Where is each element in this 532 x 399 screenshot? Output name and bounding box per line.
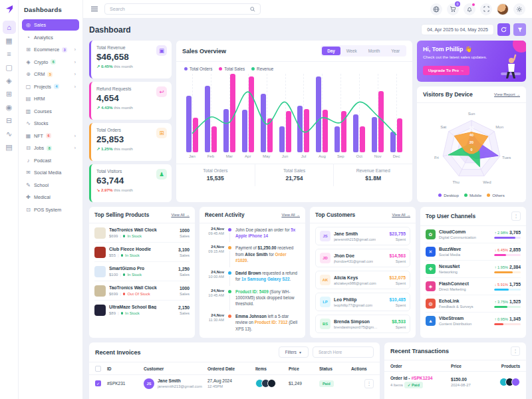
bar-total-sales[interactable]: [193, 118, 198, 152]
apps-icon[interactable]: ▦: [3, 34, 16, 47]
products-view-all-link[interactable]: View All →: [171, 213, 190, 217]
invoices-search-input[interactable]: [313, 346, 374, 358]
refresh-button[interactable]: [497, 23, 510, 36]
customer-row[interactable]: JSJane Smithjanesmith215@gmail.com$23,75…: [315, 227, 410, 245]
sidebar-item-ecommerce[interactable]: ⊞Ecommerce3›: [22, 44, 79, 55]
bar-total-sales[interactable]: [230, 74, 235, 152]
bar-total-sales[interactable]: [304, 109, 309, 152]
bell-icon[interactable]: [464, 3, 475, 15]
sidebar-item-pos-system[interactable]: ⊡POS System: [22, 204, 79, 215]
product-row[interactable]: TaoTronics Wall Clock$699|Out Of Stock10…: [94, 281, 190, 301]
globe-icon[interactable]: [430, 3, 442, 15]
header-checkbox[interactable]: [95, 366, 107, 372]
product-row[interactable]: UltraMaze School Bag$89|In Stock2,150Sal…: [94, 301, 190, 319]
compass-icon[interactable]: ◉: [3, 100, 16, 114]
filter-button[interactable]: [513, 23, 526, 36]
bar-total-sales[interactable]: [249, 76, 254, 153]
sidebar-item-stocks[interactable]: ∿Stocks: [22, 118, 79, 129]
channel-row[interactable]: ✤NexusNetNetworking↑ 1.95%2,384: [426, 261, 521, 278]
transaction-row[interactable]: Order Id - #SPK12344 Items ✓ Paid$150.00…: [384, 372, 526, 392]
tab-year[interactable]: Year: [386, 47, 405, 55]
cart-icon[interactable]: 0: [447, 3, 459, 15]
channel-row[interactable]: ◈FlashConnectDirect Marketing↓ 5.91%1,75…: [426, 278, 521, 295]
sidebar-item-crypto[interactable]: ◈Crypto6›: [22, 57, 79, 68]
sidebar-item-school[interactable]: ✎School: [22, 180, 79, 191]
row-actions-button[interactable]: ⋮: [364, 379, 374, 388]
activity-view-all-link[interactable]: View All →: [281, 213, 300, 217]
wallet-icon[interactable]: ⊟: [3, 114, 16, 127]
sidebar-badge: 8: [47, 146, 52, 151]
bar-total-orders[interactable]: [297, 106, 303, 152]
sidebar-item-projects[interactable]: ▢Projects4›: [22, 81, 79, 92]
file-icon[interactable]: ▢: [3, 61, 16, 74]
sidebar-item-hrm[interactable]: ▤HRM: [22, 93, 79, 104]
channels-menu-button[interactable]: ⋮: [511, 211, 521, 221]
bar-total-orders[interactable]: [334, 126, 340, 152]
product-row[interactable]: SmartGizmo Pro$100|In Stock1,250Sales: [94, 262, 190, 281]
settings-icon[interactable]: [513, 3, 525, 15]
user-avatar[interactable]: [497, 3, 509, 15]
search-input[interactable]: Search: [104, 3, 261, 15]
bar-total-orders[interactable]: [205, 86, 210, 152]
sidebar-item-medical[interactable]: ✚Medical: [22, 192, 79, 203]
invoice-row[interactable]: ✓#SPK231JSJane Smithjanesmith213@gmail.c…: [89, 375, 380, 392]
app-logo[interactable]: [3, 3, 15, 15]
bar-total-orders[interactable]: [279, 126, 285, 152]
bar-total-sales[interactable]: [360, 126, 365, 152]
bar-total-sales[interactable]: [286, 111, 291, 153]
transactions-menu-button[interactable]: ⋮: [511, 346, 520, 356]
chart-icon[interactable]: ∿: [3, 127, 16, 140]
date-range-picker[interactable]: 04, Apr 2025 to 04, May 2025: [421, 24, 494, 35]
customer-row[interactable]: BSBrenda Simpsonbrendasimpson075@gmail.c…: [315, 315, 410, 333]
sidebar-item-crm[interactable]: ⊕CRM5›: [22, 68, 79, 80]
bar-total-orders[interactable]: [353, 114, 358, 152]
upgrade-button[interactable]: Upgrade To Pro →: [423, 66, 469, 75]
bar-total-orders[interactable]: [223, 109, 229, 152]
bar-total-sales[interactable]: [378, 91, 384, 152]
bar-total-orders[interactable]: [372, 117, 377, 152]
sidebar-item-jobs[interactable]: ⊟Jobs8›: [22, 142, 79, 154]
customer-row[interactable]: JDJhon Doejhondoe431@gmail.com$14,563Spe…: [315, 249, 410, 267]
channel-row[interactable]: ◍EchoLinkFeedback & Surveys↑ 3.75%1,525: [426, 295, 521, 313]
bar-total-sales[interactable]: [267, 118, 273, 152]
channel-row[interactable]: ✿CloudCommDigital Communication↑ 2.98%3,…: [426, 226, 521, 243]
diamond-icon[interactable]: ◈: [3, 74, 16, 87]
sidebar-item-sales[interactable]: ◎Sales: [22, 19, 79, 31]
bar-total-sales[interactable]: [341, 111, 346, 153]
expand-icon[interactable]: [480, 3, 492, 15]
sidebar-item-analytics[interactable]: ◔Analytics: [22, 32, 79, 43]
bar-total-orders[interactable]: [261, 94, 266, 153]
bar-total-orders[interactable]: [390, 132, 396, 152]
menu-toggle-icon[interactable]: [91, 9, 98, 9]
sidebar-item-social-media[interactable]: ✉Social Media: [22, 167, 79, 178]
product-row[interactable]: Club Fleece Hoodie$55|In Stock3,100Sales: [94, 243, 190, 262]
customers-view-all-link[interactable]: View All →: [392, 213, 410, 217]
sidebar-item-podcast[interactable]: ♪Podcast: [22, 155, 79, 166]
visitors-title: Visitors By Device: [423, 91, 473, 98]
home-icon[interactable]: ⌂: [3, 21, 16, 34]
tab-month[interactable]: Month: [363, 47, 386, 55]
box-icon[interactable]: ⊞: [3, 87, 16, 100]
layers-icon[interactable]: ≡: [3, 47, 16, 61]
bar-total-orders[interactable]: [242, 110, 247, 152]
tab-week[interactable]: Week: [341, 47, 362, 55]
customer-row[interactable]: LPLeo Phillipleophillip77@gmail.com$10,4…: [315, 293, 410, 311]
product-row[interactable]: TaoTronics Wall Clock$699|In Stock1000Sa…: [94, 223, 190, 243]
bar-total-sales[interactable]: [211, 126, 217, 152]
bar-total-orders[interactable]: [186, 96, 192, 152]
sidebar-item-nft[interactable]: ▦NFT6›: [22, 130, 79, 142]
filters-button[interactable]: Filters▼: [279, 346, 309, 358]
column-header-products: Products: [491, 364, 520, 368]
sidebar-item-courses[interactable]: ▥Courses: [22, 106, 79, 117]
bar-total-orders[interactable]: [316, 76, 321, 153]
view-report-link[interactable]: View Report →: [494, 92, 520, 96]
column-header-ordered-date: Ordered Date: [207, 366, 255, 371]
customer-row[interactable]: AKAlicia Keysaliciakeys986@gmail.com$12,…: [315, 271, 410, 289]
table-icon[interactable]: ▤: [3, 140, 16, 154]
bar-total-sales[interactable]: [323, 110, 328, 152]
bar-total-sales[interactable]: [397, 118, 402, 152]
tab-day[interactable]: Day: [322, 47, 340, 55]
channel-row[interactable]: ▲VibeStreamContent Distribution↑ 0.95%1,…: [426, 313, 521, 329]
row-checkbox[interactable]: ✓: [95, 380, 101, 386]
channel-row[interactable]: ✕BuzzWaveSocial Media↓ 6.45%2,855: [426, 243, 521, 261]
